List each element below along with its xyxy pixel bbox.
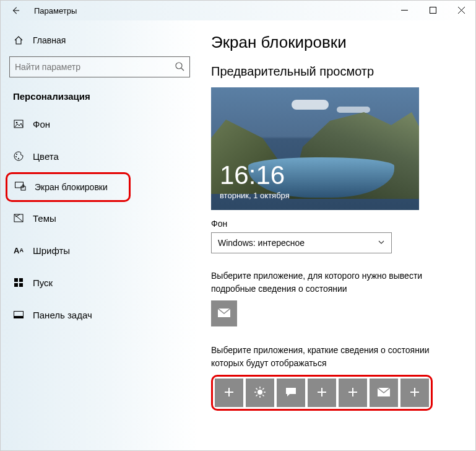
search-box[interactable] bbox=[9, 56, 190, 77]
nav-themes[interactable]: Темы bbox=[1, 202, 199, 234]
start-icon bbox=[13, 277, 24, 288]
background-label: Фон bbox=[211, 219, 463, 229]
mail-icon bbox=[378, 388, 390, 398]
nav-label: Фон bbox=[33, 119, 50, 129]
sun-icon bbox=[254, 386, 266, 400]
nav-colors[interactable]: Цвета bbox=[1, 140, 199, 172]
svg-point-1 bbox=[176, 63, 182, 69]
close-button[interactable] bbox=[447, 1, 475, 19]
quick-app-messages[interactable] bbox=[277, 379, 305, 407]
svg-point-4 bbox=[16, 154, 17, 155]
nav-label: Пуск bbox=[33, 278, 53, 288]
quick-apps-row-highlight bbox=[211, 375, 433, 411]
minimize-button[interactable] bbox=[390, 1, 418, 19]
sidebar: Главная Персонализация Фон Цвета Экран б… bbox=[1, 20, 199, 450]
quick-app-weather[interactable] bbox=[246, 379, 274, 407]
nav-label: Шрифты bbox=[33, 245, 70, 256]
search-icon bbox=[175, 61, 184, 73]
nav-label: Цвета bbox=[33, 151, 59, 162]
preview-clock: 16:16 вторник, 1 октября bbox=[220, 162, 290, 200]
nav-taskbar[interactable]: Панель задач bbox=[1, 299, 199, 331]
quick-app-mail[interactable] bbox=[370, 379, 398, 407]
themes-icon bbox=[13, 212, 24, 224]
svg-rect-7 bbox=[15, 182, 24, 188]
preview-date: вторник, 1 октября bbox=[220, 191, 290, 200]
plus-icon bbox=[410, 387, 420, 399]
chevron-down-icon bbox=[378, 238, 385, 248]
window-controls bbox=[390, 1, 475, 19]
fonts-icon: AA bbox=[13, 245, 24, 256]
quick-apps-description: Выберите приложения, краткие сведения о … bbox=[211, 344, 463, 370]
plus-icon bbox=[317, 387, 327, 399]
titlebar: Параметры bbox=[1, 1, 475, 20]
detail-app-tile[interactable] bbox=[211, 300, 237, 326]
main-content: Экран блокировки Предварительный просмот… bbox=[199, 20, 475, 450]
svg-point-5 bbox=[15, 156, 17, 157]
nav-label: Темы bbox=[33, 213, 56, 224]
section-personalization: Персонализация bbox=[1, 86, 199, 108]
palette-icon bbox=[13, 151, 24, 162]
quick-app-add-1[interactable] bbox=[215, 379, 243, 407]
nav-home-label: Главная bbox=[33, 35, 66, 45]
svg-rect-11 bbox=[19, 278, 23, 282]
preview-heading: Предварительный просмотр bbox=[211, 64, 463, 79]
page-title: Экран блокировки bbox=[211, 33, 463, 52]
nav-fonts[interactable]: AA Шрифты bbox=[1, 234, 199, 266]
taskbar-icon bbox=[13, 309, 24, 320]
nav-home[interactable]: Главная bbox=[1, 28, 199, 53]
svg-point-6 bbox=[18, 158, 19, 159]
nav-start[interactable]: Пуск bbox=[1, 266, 199, 299]
dropdown-value: Windows: интересное bbox=[218, 238, 305, 248]
nav-background[interactable]: Фон bbox=[1, 108, 199, 140]
back-button[interactable] bbox=[6, 1, 25, 20]
svg-rect-0 bbox=[430, 7, 436, 13]
home-icon bbox=[13, 35, 24, 46]
quick-app-add-3[interactable] bbox=[339, 379, 367, 407]
detail-app-description: Выберите приложение, для которого нужно … bbox=[211, 269, 463, 296]
svg-point-17 bbox=[257, 390, 262, 395]
mail-icon bbox=[218, 309, 230, 319]
nav-label: Панель задач bbox=[33, 310, 92, 320]
nav-label: Экран блокировки bbox=[35, 182, 108, 192]
quick-app-add-2[interactable] bbox=[308, 379, 336, 407]
picture-icon bbox=[13, 118, 24, 129]
svg-rect-12 bbox=[14, 283, 18, 287]
chat-icon bbox=[285, 387, 296, 399]
lockscreen-preview: 16:16 вторник, 1 октября bbox=[211, 87, 419, 210]
svg-rect-15 bbox=[14, 316, 24, 318]
search-input[interactable] bbox=[15, 62, 175, 72]
svg-point-3 bbox=[16, 122, 18, 124]
window-title: Параметры bbox=[34, 6, 77, 15]
lockscreen-icon bbox=[15, 182, 26, 193]
quick-app-add-4[interactable] bbox=[400, 379, 429, 407]
maximize-button[interactable] bbox=[418, 1, 447, 19]
svg-rect-13 bbox=[19, 283, 23, 287]
plus-icon bbox=[224, 387, 234, 399]
background-dropdown[interactable]: Windows: интересное bbox=[211, 232, 392, 253]
preview-time: 16:16 bbox=[220, 162, 290, 188]
plus-icon bbox=[348, 387, 358, 399]
svg-rect-10 bbox=[14, 278, 18, 282]
nav-lockscreen-highlight[interactable]: Экран блокировки bbox=[6, 172, 131, 202]
